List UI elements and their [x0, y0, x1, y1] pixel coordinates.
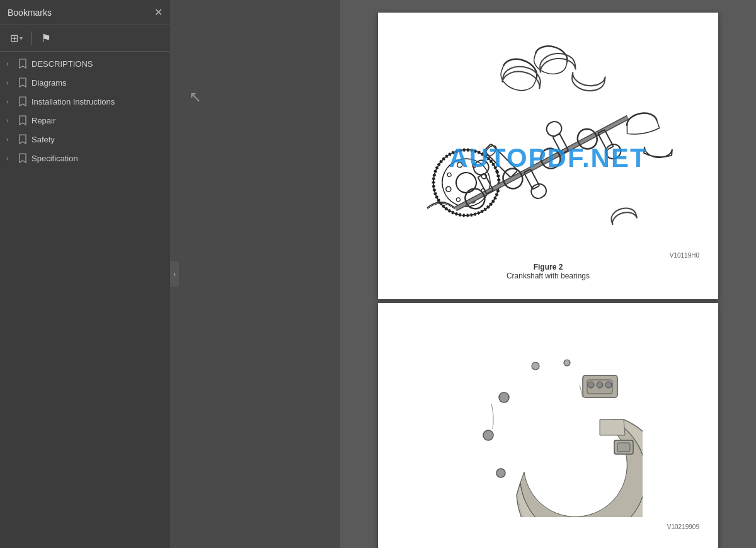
pages-icon: ⊞	[10, 32, 18, 44]
close-button[interactable]: ✕	[154, 8, 163, 18]
svg-point-30	[588, 382, 594, 388]
sidebar-title: Bookmarks	[8, 8, 52, 18]
bookmark-icon-specification	[18, 153, 28, 163]
pages-view-button[interactable]: ⊞ ▾	[6, 30, 26, 47]
figure1-code: V10119H0	[670, 252, 699, 259]
bookmark-icon-installation	[18, 96, 28, 106]
svg-point-11	[424, 140, 508, 224]
page-1-wrapper: V10119H0 Figure 2 Crankshaft with bearin…	[378, 13, 718, 303]
sidebar-header: Bookmarks ✕	[0, 0, 170, 25]
crankshaft-image-container	[397, 25, 699, 252]
chevron-icon: ›	[6, 117, 14, 124]
svg-point-35	[499, 392, 509, 402]
sidebar-item-diagrams[interactable]: › Diagrams	[0, 73, 170, 92]
sidebar-item-label-specification: Specification	[32, 154, 164, 163]
figure1-text: Crankshaft with bearings	[507, 271, 590, 280]
figure1-caption: Figure 2 Crankshaft with bearings	[507, 263, 590, 280]
middle-area: ↖	[170, 0, 340, 548]
svg-point-4	[445, 186, 452, 192]
chevron-icon: ›	[6, 135, 14, 143]
svg-rect-27	[604, 142, 624, 161]
svg-point-31	[597, 382, 603, 388]
bookmark-icon-safety	[18, 134, 28, 144]
svg-rect-21	[529, 181, 549, 201]
pdf-page-1: V10119H0 Figure 2 Crankshaft with bearin…	[378, 13, 718, 299]
bookmark-list: › DESCRIPTIONS › Diagrams ›	[0, 52, 170, 548]
svg-point-37	[496, 469, 505, 477]
svg-point-32	[605, 382, 612, 388]
bookmark-icon: ⚑	[41, 31, 51, 45]
sidebar-item-repair[interactable]: › Repair	[0, 111, 170, 130]
chevron-icon: ›	[6, 154, 14, 162]
crankshaft-figure: V10119H0 Figure 2 Crankshaft with bearin…	[397, 25, 699, 280]
pages-dropdown-arrow: ▾	[20, 35, 23, 42]
svg-point-2	[453, 169, 479, 195]
sidebar-item-specification[interactable]: › Specification	[0, 149, 170, 168]
sidebar-item-label-safety: Safety	[32, 135, 164, 144]
figure1-number: Figure 2	[534, 263, 563, 271]
svg-rect-12	[484, 144, 518, 178]
chevron-icon: ›	[6, 98, 14, 105]
brake-disc-image-container	[397, 316, 699, 523]
svg-point-36	[483, 430, 493, 440]
page-2-wrapper: V10219909	[378, 303, 718, 548]
svg-point-39	[564, 360, 570, 366]
sidebar-item-label-descriptions: DESCRIPTIONS	[32, 59, 164, 69]
bookmark-icon-diagrams	[18, 77, 28, 88]
figure2-code: V10219909	[667, 523, 699, 530]
bookmark-add-button[interactable]: ⚑	[37, 29, 55, 48]
sidebar-item-label-repair: Repair	[32, 116, 164, 125]
sidebar-toolbar: ⊞ ▾ ⚑	[0, 25, 170, 52]
sidebar: Bookmarks ✕ ⊞ ▾ ⚑ › DESCRIPTIONS ›	[0, 0, 170, 548]
chevron-icon: ›	[6, 79, 14, 86]
toolbar-divider	[32, 31, 32, 45]
chevron-icon: ›	[6, 60, 14, 67]
svg-rect-34	[617, 443, 630, 452]
brake-disc-illustration	[454, 322, 643, 517]
collapse-handle[interactable]: ‹	[170, 261, 179, 287]
sidebar-item-installation-instructions[interactable]: › Installation Instructions	[0, 92, 170, 111]
pdf-page-2: V10219909	[378, 303, 718, 548]
sidebar-item-safety[interactable]: › Safety	[0, 130, 170, 149]
bookmark-icon-repair	[18, 115, 28, 125]
svg-point-6	[457, 162, 463, 168]
svg-point-38	[532, 362, 539, 370]
svg-point-10	[456, 197, 461, 202]
sidebar-item-descriptions[interactable]: › DESCRIPTIONS	[0, 54, 170, 73]
cursor-icon: ↖	[189, 88, 202, 106]
brake-disc-figure: V10219909	[397, 316, 699, 532]
svg-point-0	[424, 140, 508, 224]
sidebar-item-label-diagrams: Diagrams	[32, 78, 164, 88]
content-area[interactable]: V10119H0 Figure 2 Crankshaft with bearin…	[340, 0, 756, 548]
bookmark-icon-descriptions	[18, 59, 28, 69]
crankshaft-illustration	[403, 31, 693, 246]
svg-point-8	[447, 173, 452, 178]
sidebar-item-label-installation: Installation Instructions	[32, 97, 164, 106]
